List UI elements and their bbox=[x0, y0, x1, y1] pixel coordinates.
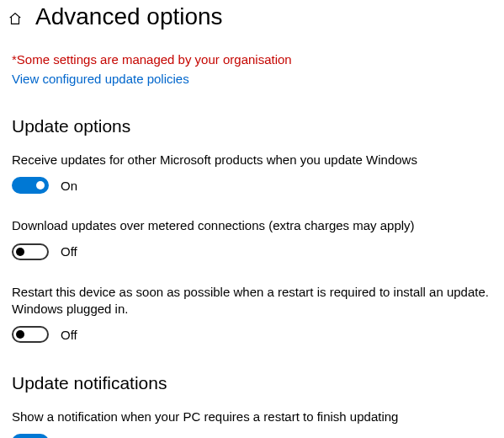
toggle-metered-connections[interactable] bbox=[12, 243, 49, 260]
toggle-state: Off bbox=[61, 244, 77, 259]
toggle-state: Off bbox=[61, 328, 77, 342]
toggle-row: On bbox=[12, 177, 492, 194]
toggle-restart-device[interactable] bbox=[12, 326, 49, 343]
managed-by-org-text: *Some settings are managed by your organ… bbox=[12, 52, 492, 67]
page-title: Advanced options bbox=[35, 3, 223, 30]
toggle-row: Off bbox=[12, 326, 492, 343]
option-label: Restart this device as soon as possible … bbox=[12, 284, 492, 318]
view-policies-link[interactable]: View configured update policies bbox=[12, 72, 492, 86]
option-receive-updates: Receive updates for other Microsoft prod… bbox=[12, 152, 492, 194]
option-label: Receive updates for other Microsoft prod… bbox=[12, 152, 492, 168]
toggle-state: On bbox=[61, 179, 77, 193]
option-metered-connections: Download updates over metered connection… bbox=[12, 217, 492, 259]
home-icon[interactable] bbox=[7, 10, 24, 27]
option-label: Download updates over metered connection… bbox=[12, 217, 492, 234]
section-update-options-title: Update options bbox=[12, 116, 492, 136]
option-label: Show a notification when your PC require… bbox=[12, 409, 492, 425]
toggle-row: Off bbox=[12, 243, 492, 260]
toggle-receive-updates[interactable] bbox=[12, 177, 49, 194]
toggle-show-notification[interactable] bbox=[12, 434, 49, 438]
toggle-row: On bbox=[12, 434, 492, 438]
section-update-notifications-title: Update notifications bbox=[12, 373, 492, 393]
header: Advanced options bbox=[0, 0, 504, 44]
option-restart-device: Restart this device as soon as possible … bbox=[12, 284, 492, 344]
content: *Some settings are managed by your organ… bbox=[0, 52, 504, 438]
option-show-notification: Show a notification when your PC require… bbox=[12, 409, 492, 438]
